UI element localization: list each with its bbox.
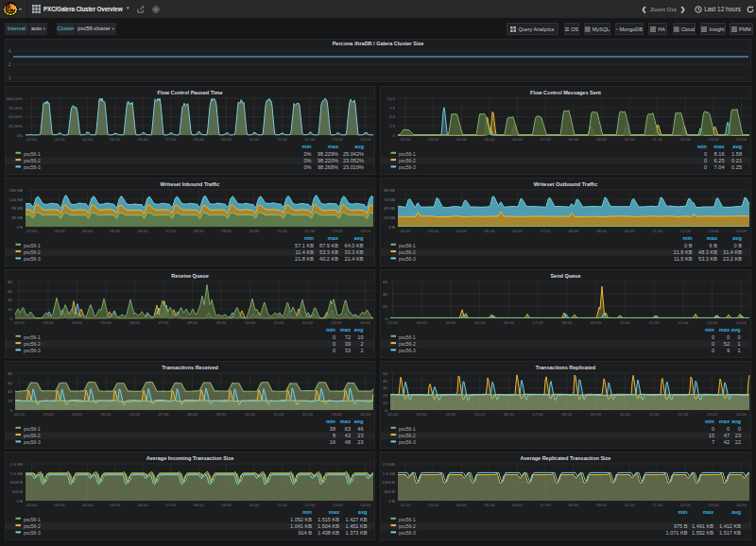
svg-text:10:00: 10:00 <box>620 412 631 417</box>
svg-text:0%: 0% <box>303 164 311 170</box>
svg-text:0%: 0% <box>303 158 311 163</box>
svg-text:08:00: 08:00 <box>561 320 573 325</box>
svg-text:52: 52 <box>724 341 730 347</box>
svg-text:87.9 KB: 87.9 KB <box>319 243 338 248</box>
svg-text:80: 80 <box>8 370 12 375</box>
svg-text:22: 22 <box>735 439 741 445</box>
svg-text:Transactions Replicated: Transactions Replicated <box>536 364 595 369</box>
svg-text:max: max <box>340 327 352 333</box>
svg-text:avg: avg <box>732 144 742 149</box>
svg-text:02:00: 02:00 <box>14 320 26 325</box>
svg-text:0: 0 <box>712 425 714 431</box>
svg-text:0%: 0% <box>17 133 23 138</box>
svg-text:0 B: 0 B <box>388 499 395 503</box>
svg-text:23.052%: 23.052% <box>343 158 364 163</box>
svg-text:50: 50 <box>383 370 387 375</box>
svg-text:03:00: 03:00 <box>428 137 439 142</box>
svg-text:47: 47 <box>724 432 730 437</box>
svg-text:13:00: 13:00 <box>333 137 344 142</box>
svg-text:pxc56-3: pxc56-3 <box>24 439 41 445</box>
svg-text:02:00: 02:00 <box>387 320 399 325</box>
svg-text:03:00: 03:00 <box>417 412 428 417</box>
svg-text:07:00: 07:00 <box>165 503 177 507</box>
svg-text:0 B: 0 B <box>684 243 693 248</box>
svg-text:914 B: 914 B <box>298 530 312 536</box>
svg-text:avg: avg <box>732 235 742 241</box>
svg-text:9: 9 <box>727 348 730 353</box>
svg-text:46: 46 <box>357 425 363 431</box>
svg-text:20: 20 <box>383 304 387 309</box>
svg-text:05:00: 05:00 <box>110 229 121 233</box>
svg-text:min: min <box>683 235 694 241</box>
svg-text:pxc56-1: pxc56-1 <box>24 425 41 431</box>
svg-text:98.229%: 98.229% <box>318 151 338 157</box>
svg-text:40: 40 <box>8 298 12 302</box>
svg-text:06:00: 06:00 <box>512 503 524 507</box>
svg-text:05:00: 05:00 <box>101 412 112 417</box>
svg-text:03:00: 03:00 <box>428 229 439 233</box>
svg-text:07:00: 07:00 <box>533 412 544 417</box>
svg-text:38: 38 <box>330 425 335 431</box>
svg-text:05:00: 05:00 <box>110 503 121 507</box>
svg-text:avg: avg <box>731 509 741 515</box>
svg-text:08:00: 08:00 <box>194 503 205 507</box>
svg-text:max: max <box>328 144 339 149</box>
svg-text:0: 0 <box>712 334 714 340</box>
svg-text:23: 23 <box>735 432 741 437</box>
svg-text:1000 B: 1000 B <box>382 480 395 485</box>
svg-text:0: 0 <box>704 151 707 157</box>
svg-text:0: 0 <box>704 164 707 170</box>
svg-text:2: 2 <box>360 348 363 353</box>
svg-text:11:00: 11:00 <box>649 412 660 417</box>
svg-text:pxc56-3: pxc56-3 <box>24 348 41 353</box>
svg-text:0 B: 0 B <box>16 225 23 230</box>
svg-text:42: 42 <box>724 439 730 445</box>
svg-text:avg: avg <box>354 327 364 333</box>
svg-text:07:00: 07:00 <box>165 229 177 233</box>
svg-text:03:00: 03:00 <box>43 412 55 417</box>
svg-text:1.052 KB: 1.052 KB <box>290 517 312 522</box>
svg-text:pxc56-3: pxc56-3 <box>399 439 416 445</box>
svg-text:09:00: 09:00 <box>215 320 227 325</box>
svg-text:8.16: 8.16 <box>714 151 725 157</box>
svg-text:max: max <box>719 327 730 333</box>
svg-text:20: 20 <box>383 393 387 398</box>
svg-text:11.4 KB: 11.4 KB <box>296 249 315 255</box>
svg-text:0.21: 0.21 <box>731 158 742 163</box>
svg-text:02:00: 02:00 <box>14 412 26 417</box>
svg-text:23: 23 <box>357 439 363 445</box>
svg-text:12:00: 12:00 <box>680 503 692 507</box>
svg-text:pxc56-1: pxc56-1 <box>399 425 416 431</box>
svg-text:pxc56-3: pxc56-3 <box>399 256 416 262</box>
svg-text:1.515 KB: 1.515 KB <box>318 517 339 522</box>
svg-text:pxc56-1: pxc56-1 <box>399 334 416 340</box>
svg-text:0: 0 <box>393 133 396 138</box>
svg-text:pxc56-2: pxc56-2 <box>399 523 416 529</box>
svg-text:07:00: 07:00 <box>165 137 177 142</box>
svg-text:0: 0 <box>333 334 335 340</box>
svg-text:2.0 KB: 2.0 KB <box>383 462 395 467</box>
svg-text:7.5: 7.5 <box>389 106 396 111</box>
svg-text:pxc56-3: pxc56-3 <box>399 348 416 353</box>
svg-text:146 KB: 146 KB <box>9 197 23 202</box>
svg-text:98 KB: 98 KB <box>11 206 23 211</box>
svg-text:Average Replicated Transaction: Average Replicated Transaction Size <box>521 455 611 461</box>
svg-text:06:00: 06:00 <box>138 229 149 233</box>
svg-text:10:00: 10:00 <box>625 229 636 233</box>
svg-text:04:00: 04:00 <box>82 503 94 507</box>
svg-text:73 KB: 73 KB <box>384 197 395 202</box>
svg-text:14:00: 14:00 <box>360 503 371 507</box>
svg-text:12:00: 12:00 <box>302 412 314 417</box>
svg-text:1.427 KB: 1.427 KB <box>345 517 367 522</box>
svg-text:08:00: 08:00 <box>561 412 573 417</box>
svg-text:1.041 KB: 1.041 KB <box>290 523 312 529</box>
svg-text:14:00: 14:00 <box>736 503 747 507</box>
svg-text:1.5 KB: 1.5 KB <box>10 471 23 476</box>
svg-text:100.00%: 100.00% <box>7 96 23 101</box>
svg-text:0: 0 <box>10 316 13 321</box>
svg-text:40: 40 <box>383 292 387 297</box>
svg-text:12:00: 12:00 <box>304 229 316 233</box>
svg-text:0%: 0% <box>303 151 311 157</box>
svg-text:min: min <box>302 509 313 515</box>
svg-text:pxc56-2: pxc56-2 <box>399 249 416 255</box>
